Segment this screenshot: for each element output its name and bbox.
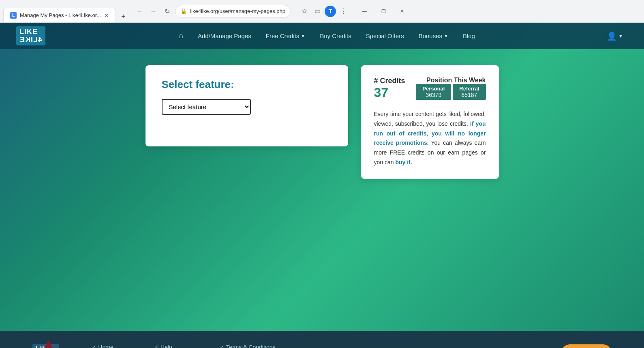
position-label: Position This Week bbox=[416, 77, 486, 84]
nav-links: ⌂ Add/Manage Pages Free Credits ▼ Buy Cr… bbox=[65, 28, 589, 43]
credits-label: # Credits bbox=[374, 77, 405, 85]
reload-button[interactable]: ↻ bbox=[161, 6, 173, 17]
credits-value: 37 bbox=[374, 85, 405, 100]
browser-actions: ☆ ▭ T ⋮ bbox=[295, 6, 352, 17]
personal-cell: Personal 36379 bbox=[416, 84, 451, 100]
referral-value: 65187 bbox=[459, 92, 479, 98]
position-table: Personal 36379 Referral 65187 bbox=[416, 84, 486, 100]
nav-user[interactable]: 👤 ▼ bbox=[602, 28, 628, 44]
free-credits-dropdown-icon: ▼ bbox=[301, 34, 305, 39]
arrow-annotation bbox=[36, 338, 61, 348]
nav-bonuses[interactable]: Bonuses ▼ bbox=[412, 29, 455, 43]
nav-blog[interactable]: Blog bbox=[456, 29, 481, 43]
logo: LIKE 4LIKE bbox=[16, 26, 45, 46]
navbar: LIKE 4LIKE ⌂ Add/Manage Pages Free Credi… bbox=[0, 23, 644, 49]
main-content: Select feature: Select feature # Credits bbox=[0, 49, 644, 195]
bookmark-button[interactable]: ☆ bbox=[299, 6, 310, 17]
logo-line2: 4LIKE bbox=[19, 36, 42, 44]
browser-chrome: L Manage My Pages - Like4Like.or... ✕ + … bbox=[0, 0, 644, 23]
profile-button[interactable]: T bbox=[325, 6, 336, 17]
footer-col-1: ✓Home ✓About Us bbox=[92, 344, 122, 348]
back-button[interactable]: ← bbox=[134, 6, 145, 17]
select-feature-card: Select feature: Select feature bbox=[145, 65, 348, 146]
footer-home-link[interactable]: ✓Home bbox=[92, 344, 122, 348]
new-tab-button[interactable]: + bbox=[118, 11, 129, 22]
footer-col-3: ✓Terms & Conditions ✓Privacy Policy bbox=[220, 344, 275, 348]
nav-free-credits[interactable]: Free Credits ▼ bbox=[259, 29, 312, 43]
bonuses-dropdown-icon: ▼ bbox=[444, 34, 448, 39]
lock-icon: 🔒 bbox=[180, 8, 187, 14]
credits-right: Position This Week Personal 36379 Referr… bbox=[416, 77, 486, 106]
forward-button[interactable]: → bbox=[148, 6, 159, 17]
footer: LIKE 4LIKE ✓Home ✓About Us ✓Help ✓Guidel… bbox=[0, 331, 644, 348]
referral-cell: Referral 65187 bbox=[453, 84, 486, 100]
contact-button[interactable]: Contact bbox=[561, 344, 612, 348]
tab-title: Manage My Pages - Like4Like.or... bbox=[20, 12, 101, 18]
browser-controls: ← → ↻ 🔒 like4like.org/user/manage-my-pag… bbox=[129, 0, 295, 22]
logo-line1: LIKE bbox=[19, 28, 42, 36]
user-dropdown-icon: ▼ bbox=[618, 34, 623, 39]
credits-description: Every time your content gets liked, foll… bbox=[374, 110, 486, 168]
credits-card: # Credits 37 Position This Week Personal… bbox=[361, 65, 499, 179]
footer-col-2: ✓Help ✓Guidelines bbox=[154, 344, 187, 348]
feature-select-dropdown[interactable]: Select feature bbox=[162, 99, 251, 115]
nav-special-offers[interactable]: Special Offers bbox=[359, 29, 411, 43]
footer-help-link[interactable]: ✓Help bbox=[154, 344, 187, 348]
close-button[interactable]: ✕ bbox=[393, 5, 411, 18]
credits-header: # Credits 37 Position This Week Personal… bbox=[374, 77, 486, 106]
footer-terms-link[interactable]: ✓Terms & Conditions bbox=[220, 344, 275, 348]
referral-header: Referral bbox=[459, 86, 479, 92]
left-section: Select feature: Select feature bbox=[145, 65, 348, 146]
url-text: like4like.org/user/manage-my-pages.php bbox=[190, 8, 285, 14]
browser-tabs: L Manage My Pages - Like4Like.or... ✕ + bbox=[0, 0, 129, 22]
select-feature-title: Select feature: bbox=[162, 78, 332, 91]
logo-box: LIKE 4LIKE bbox=[16, 26, 45, 46]
address-bar[interactable]: 🔒 like4like.org/user/manage-my-pages.php bbox=[175, 5, 291, 18]
tab-close-btn[interactable]: ✕ bbox=[104, 12, 109, 19]
menu-button[interactable]: ⋮ bbox=[338, 6, 349, 17]
tablet-button[interactable]: ▭ bbox=[312, 6, 323, 17]
tab-favicon: L bbox=[10, 12, 17, 19]
buy-it-link[interactable]: buy it. bbox=[395, 159, 412, 165]
active-tab[interactable]: L Manage My Pages - Like4Like.or... ✕ bbox=[3, 8, 116, 22]
nav-buy-credits[interactable]: Buy Credits bbox=[313, 29, 358, 43]
maximize-button[interactable]: ❐ bbox=[374, 5, 393, 18]
personal-value: 36379 bbox=[422, 92, 445, 98]
personal-header: Personal bbox=[422, 86, 445, 92]
credits-desc-part1: Every time your content gets liked, foll… bbox=[374, 111, 486, 127]
site-wrapper: LIKE 4LIKE ⌂ Add/Manage Pages Free Credi… bbox=[0, 23, 644, 331]
window-controls: — ❐ ✕ bbox=[355, 5, 411, 18]
minimize-button[interactable]: — bbox=[355, 5, 374, 18]
svg-marker-1 bbox=[36, 340, 61, 348]
user-icon: 👤 bbox=[607, 31, 617, 41]
credits-left: # Credits 37 bbox=[374, 77, 405, 103]
nav-home[interactable]: ⌂ bbox=[172, 28, 190, 43]
nav-add-manage-pages[interactable]: Add/Manage Pages bbox=[191, 29, 258, 43]
